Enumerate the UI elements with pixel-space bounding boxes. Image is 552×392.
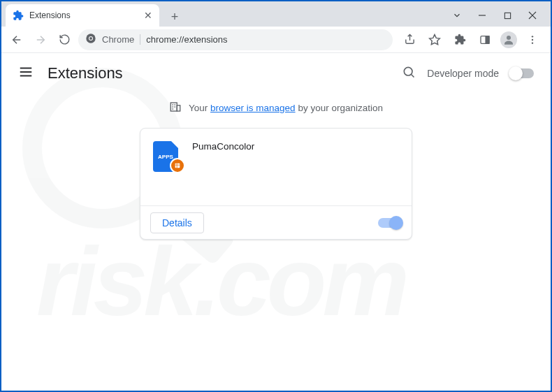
svg-rect-13 [486,36,489,43]
page-header: Extensions Developer mode [1,53,551,94]
forward-button[interactable] [31,30,50,50]
back-button[interactable] [7,30,27,50]
extensions-puzzle-icon[interactable] [450,30,470,50]
extension-card: APPS PumaConcolor Details [140,128,412,240]
svg-point-8 [89,37,92,40]
managed-link[interactable]: browser is managed [210,103,296,113]
svg-rect-24 [177,106,180,111]
developer-mode-label: Developer mode [427,68,499,79]
svg-rect-30 [175,164,180,168]
tab-title: Extensions [29,10,71,20]
close-tab-icon[interactable]: ✕ [144,10,152,21]
svg-point-16 [532,38,533,40]
kebab-menu-icon[interactable] [523,30,542,50]
svg-line-22 [412,75,414,78]
profile-avatar[interactable] [500,31,517,48]
omnibox-prefix: Chrome [102,34,140,45]
svg-point-14 [507,36,511,40]
managed-suffix: by your organization [296,103,383,113]
star-icon[interactable] [425,30,444,50]
managed-text: Your browser is managed by your organiza… [189,103,383,113]
managed-banner: Your browser is managed by your organiza… [1,94,551,128]
share-icon[interactable] [400,30,419,50]
svg-point-21 [405,67,413,75]
building-icon [169,101,182,115]
window-controls [451,10,545,27]
minimize-button[interactable] [477,10,488,21]
svg-point-17 [532,42,533,43]
menu-icon[interactable] [18,64,34,82]
omnibox-url: chrome://extensions [146,34,227,45]
details-button[interactable]: Details [150,212,204,233]
extension-badge-icon [170,158,185,173]
developer-mode-toggle[interactable] [510,68,534,78]
window-close-button[interactable] [527,10,538,21]
svg-point-15 [532,36,533,37]
toolbar: Chrome chrome://extensions [1,27,551,53]
reload-button[interactable] [55,30,74,50]
new-tab-button[interactable]: + [165,7,184,27]
address-bar[interactable]: Chrome chrome://extensions [78,29,393,50]
extension-name: PumaConcolor [192,141,254,193]
maximize-button[interactable] [502,10,513,21]
svg-rect-23 [170,103,177,111]
titlebar: Extensions ✕ + [1,1,551,27]
chevron-down-icon[interactable] [451,10,463,21]
managed-prefix: Your [189,103,210,113]
extension-enable-toggle[interactable] [378,218,402,228]
browser-tab[interactable]: Extensions ✕ [6,4,159,27]
page-title: Extensions [48,64,123,82]
chrome-logo-icon [85,33,96,46]
svg-rect-1 [504,13,510,18]
svg-marker-10 [430,34,440,44]
extension-icon: APPS [153,141,181,169]
sidepanel-icon[interactable] [475,30,495,50]
puzzle-icon [13,10,24,21]
search-icon[interactable] [402,65,416,82]
